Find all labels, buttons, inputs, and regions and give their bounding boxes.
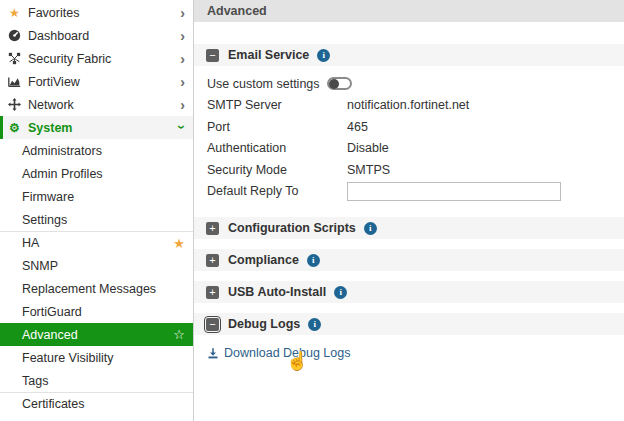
smtp-server-row: SMTP Server notification.fortinet.net: [207, 95, 624, 117]
section-title: Email Service: [228, 48, 309, 62]
info-icon[interactable]: i: [308, 318, 321, 331]
chevron-right-icon: ›: [180, 98, 185, 112]
content-area: Advanced − Email Service i Use custom se…: [194, 0, 624, 421]
sidebar-item-ha[interactable]: HA ★: [0, 231, 193, 254]
security-mode-row: Security Mode SMTPS: [207, 159, 624, 181]
smtp-server-value: notification.fortinet.net: [347, 98, 469, 112]
sidebar-item-feature-visibility[interactable]: Feature Visibility: [0, 346, 193, 369]
sidebar-item-label: FortiGuard: [22, 305, 82, 319]
section-configuration-scripts: + Configuration Scripts i: [194, 217, 624, 239]
info-icon[interactable]: i: [317, 49, 330, 62]
port-value: 465: [347, 120, 368, 134]
toggle-knob: [329, 79, 339, 89]
info-icon[interactable]: i: [364, 222, 377, 235]
sidebar-item-label: SNMP: [22, 259, 58, 273]
sidebar-item-dashboard[interactable]: Dashboard ›: [0, 24, 193, 47]
sidebar-item-label: Advanced: [22, 328, 78, 342]
expand-button[interactable]: +: [206, 222, 219, 235]
sidebar-item-system[interactable]: ⚙ System ›: [0, 116, 193, 139]
sidebar-item-label: Security Fabric: [28, 52, 111, 66]
sidebar-item-settings[interactable]: Settings: [0, 208, 193, 231]
use-custom-settings-toggle[interactable]: [327, 77, 352, 90]
collapse-button[interactable]: −: [206, 49, 219, 62]
use-custom-settings-label: Use custom settings: [207, 77, 320, 91]
chevron-right-icon: ›: [180, 29, 185, 43]
fortigate-advanced-page: ★ Favorites › Dashboard › Security Fabri…: [0, 0, 624, 421]
sidebar-item-fortiguard[interactable]: FortiGuard: [0, 300, 193, 323]
port-row: Port 465: [207, 116, 624, 138]
sidebar-item-label: Feature Visibility: [22, 351, 113, 365]
section-debug-logs: − Debug Logs i: [194, 313, 624, 335]
sidebar-item-label: Admin Profiles: [22, 167, 103, 181]
download-debug-logs-link[interactable]: Download Debug Logs: [207, 346, 350, 360]
chevron-right-icon: ›: [180, 6, 185, 20]
port-label: Port: [207, 120, 347, 134]
section-title: Configuration Scripts: [228, 221, 356, 235]
sidebar-item-firmware[interactable]: Firmware: [0, 185, 193, 208]
section-email-service: − Email Service i: [194, 44, 624, 66]
security-mode-label: Security Mode: [207, 163, 347, 177]
section-title: USB Auto-Install: [228, 285, 326, 299]
sidebar-item-certificates[interactable]: Certificates: [0, 392, 193, 415]
page-title: Advanced: [207, 4, 267, 18]
expand-button[interactable]: +: [206, 286, 219, 299]
smtp-server-label: SMTP Server: [207, 98, 347, 112]
sidebar-item-favorites[interactable]: ★ Favorites ›: [0, 1, 193, 24]
move-arrows-icon: [7, 98, 22, 111]
page-header-bar: Advanced: [194, 0, 624, 22]
sidebar-item-label: Firmware: [22, 190, 74, 204]
chevron-right-icon: ›: [180, 52, 185, 66]
gauge-icon: [7, 29, 22, 42]
security-mode-value: SMTPS: [347, 163, 390, 177]
sidebar-item-label: System: [28, 121, 72, 135]
sidebar-item-admin-profiles[interactable]: Admin Profiles: [0, 162, 193, 185]
sidebar-item-network[interactable]: Network ›: [0, 93, 193, 116]
sidebar: ★ Favorites › Dashboard › Security Fabri…: [0, 0, 194, 421]
sidebar-item-tags[interactable]: Tags: [0, 369, 193, 392]
star-icon: ★: [7, 7, 22, 19]
sidebar-item-advanced[interactable]: Advanced ☆: [0, 323, 193, 346]
sidebar-item-security-fabric[interactable]: Security Fabric ›: [0, 47, 193, 70]
expand-button[interactable]: +: [206, 254, 219, 267]
sidebar-item-label: Replacement Messages: [22, 282, 156, 296]
sidebar-item-label: Settings: [22, 213, 67, 227]
security-fabric-icon: [7, 52, 22, 65]
default-reply-to-input[interactable]: [347, 182, 561, 201]
sidebar-item-label: Certificates: [22, 397, 85, 411]
sidebar-item-label: Favorites: [28, 6, 79, 20]
sidebar-item-label: Administrators: [22, 144, 102, 158]
info-icon[interactable]: i: [334, 286, 347, 299]
sidebar-item-label: HA: [22, 236, 39, 250]
use-custom-settings-row: Use custom settings: [207, 73, 624, 95]
debug-logs-body: Download Debug Logs: [194, 344, 624, 362]
download-link-label: Download Debug Logs: [224, 346, 350, 360]
sidebar-item-label: FortiView: [28, 75, 80, 89]
sidebar-item-label: Tags: [22, 374, 48, 388]
default-reply-to-row: Default Reply To: [207, 181, 624, 203]
collapse-button[interactable]: −: [206, 318, 219, 331]
email-service-form: Use custom settings SMTP Server notifica…: [194, 66, 624, 202]
sidebar-item-fortiview[interactable]: FortiView ›: [0, 70, 193, 93]
sidebar-item-administrators[interactable]: Administrators: [0, 139, 193, 162]
authentication-label: Authentication: [207, 141, 347, 155]
authentication-row: Authentication Disable: [207, 138, 624, 160]
sidebar-item-snmp[interactable]: SNMP: [0, 254, 193, 277]
chart-icon: [7, 75, 22, 88]
download-icon: [207, 347, 219, 360]
sidebar-item-label: Dashboard: [28, 29, 89, 43]
info-icon[interactable]: i: [307, 254, 320, 267]
favorite-star-icon[interactable]: ★: [173, 237, 185, 250]
section-compliance: + Compliance i: [194, 249, 624, 271]
gear-icon: ⚙: [7, 122, 22, 134]
section-title: Compliance: [228, 253, 299, 267]
section-title: Debug Logs: [228, 317, 300, 331]
sidebar-item-label: Network: [28, 98, 74, 112]
authentication-value: Disable: [347, 141, 389, 155]
default-reply-to-label: Default Reply To: [207, 184, 347, 198]
chevron-right-icon: ›: [180, 75, 185, 89]
section-usb-auto-install: + USB Auto-Install i: [194, 281, 624, 303]
favorite-star-outline-icon[interactable]: ☆: [173, 328, 185, 341]
sidebar-item-replacement-messages[interactable]: Replacement Messages: [0, 277, 193, 300]
chevron-down-icon: ›: [176, 124, 190, 129]
